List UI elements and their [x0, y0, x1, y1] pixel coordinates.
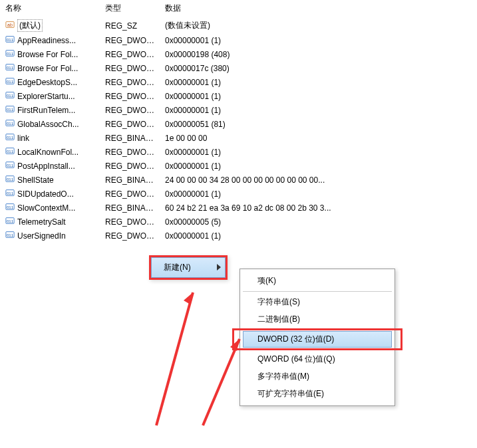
svg-text:ab: ab: [7, 23, 13, 27]
reg-value-icon: 011: [5, 62, 15, 74]
value-type: REG_BINARY: [100, 201, 160, 215]
value-type: REG_DWORD: [100, 103, 160, 117]
table-row[interactable]: 011PostAppInstall...REG_DWORD0x00000001 …: [0, 159, 477, 173]
table-row[interactable]: 011LocalKnownFol...REG_DWORD0x00000001 (…: [0, 145, 477, 159]
reg-value-icon: 011: [5, 174, 15, 185]
svg-text:011: 011: [7, 233, 14, 237]
menu-item-multistring-label: 多字符串值(M): [257, 372, 309, 381]
value-type: REG_DWORD: [100, 33, 160, 47]
value-type: REG_DWORD: [100, 75, 160, 89]
value-data: 1e 00 00 00: [160, 131, 477, 145]
svg-text:011: 011: [7, 107, 14, 112]
table-row[interactable]: 011FirstRunTelem...REG_DWORD0x00000001 (…: [0, 103, 477, 117]
menu-item-dword-label: DWORD (32 位)值(D): [257, 334, 334, 344]
reg-value-icon: 011: [5, 230, 15, 241]
table-row[interactable]: 011Browse For Fol...REG_DWORD0x0000017c …: [0, 61, 477, 75]
menu-item-key-label: 项(K): [257, 276, 276, 285]
reg-value-icon: 011: [5, 146, 15, 158]
context-menu-new-wrapper: 新建(N): [149, 255, 228, 280]
value-type: REG_DWORD: [100, 187, 160, 201]
menu-item-string-label: 字符串值(S): [257, 297, 300, 306]
value-name: TelemetrySalt: [17, 217, 66, 227]
table-row[interactable]: 011ShellStateREG_BINARY24 00 00 00 34 28…: [0, 173, 477, 187]
value-name: Browse For Fol...: [17, 50, 78, 59]
reg-value-icon: 011: [5, 35, 15, 46]
value-data: 0x00000001 (1): [160, 229, 477, 243]
svg-text:011: 011: [7, 79, 14, 84]
svg-text:011: 011: [7, 191, 14, 195]
reg-value-icon: 011: [5, 202, 15, 213]
value-name: PostAppInstall...: [17, 162, 75, 171]
menu-item-new[interactable]: 新建(N): [151, 257, 226, 278]
registry-value-list[interactable]: 名称 类型 数据 ab(默认)REG_SZ(数值未设置)011AppReadin…: [0, 0, 477, 243]
value-type: REG_BINARY: [100, 173, 160, 187]
table-row[interactable]: 011SIDUpdatedO...REG_DWORD0x00000001 (1): [0, 187, 477, 201]
menu-item-multistring[interactable]: 多字符串值(M): [243, 368, 392, 385]
menu-item-string[interactable]: 字符串值(S): [243, 294, 392, 310]
header-name[interactable]: 名称: [0, 0, 100, 18]
reg-value-icon: 011: [5, 188, 15, 199]
table-row[interactable]: 011EdgeDesktopS...REG_DWORD0x00000001 (1…: [0, 75, 477, 89]
table-row[interactable]: 011SlowContextM...REG_BINARY60 24 b2 21 …: [0, 201, 477, 215]
menu-item-dword-highlight: DWORD (32 位)值(D): [232, 328, 402, 350]
value-name: SlowContextM...: [17, 203, 75, 213]
value-data: 0x00000001 (1): [160, 33, 477, 47]
menu-item-qword-label: QWORD (64 位)值(Q): [257, 354, 335, 364]
table-row[interactable]: 011UserSignedInREG_DWORD0x00000001 (1): [0, 229, 477, 243]
table-row[interactable]: 011linkREG_BINARY1e 00 00 00: [0, 131, 477, 145]
svg-text:011: 011: [7, 177, 14, 181]
svg-text:011: 011: [7, 135, 14, 140]
reg-value-icon: 011: [5, 216, 15, 227]
svg-text:011: 011: [7, 93, 14, 98]
menu-item-dword[interactable]: DWORD (32 位)值(D): [243, 331, 392, 348]
value-type: REG_DWORD: [100, 215, 160, 229]
table-row[interactable]: 011Browse For Fol...REG_DWORD0x00000198 …: [0, 47, 477, 61]
value-name: AppReadiness...: [17, 36, 76, 45]
header-data[interactable]: 数据: [160, 0, 477, 18]
menu-item-key[interactable]: 项(K): [243, 273, 392, 289]
value-name: GlobalAssocCh...: [17, 120, 79, 129]
table-row[interactable]: ab(默认)REG_SZ(数值未设置): [0, 18, 477, 33]
reg-value-icon: 011: [5, 49, 15, 60]
svg-text:011: 011: [7, 205, 14, 209]
value-name: LocalKnownFol...: [17, 148, 79, 157]
menu-item-qword[interactable]: QWORD (64 位)值(Q): [243, 351, 392, 368]
svg-text:011: 011: [7, 65, 14, 70]
annotation-arrow-1-icon: [146, 286, 206, 432]
table-row[interactable]: 011AppReadiness...REG_DWORD0x00000001 (1…: [0, 33, 477, 47]
header-type[interactable]: 类型: [100, 0, 160, 18]
reg-value-icon: 011: [5, 76, 15, 88]
table-row[interactable]: 011GlobalAssocCh...REG_DWORD0x00000051 (…: [0, 117, 477, 131]
value-data: 0x0000017c (380): [160, 61, 477, 75]
value-data: 0x00000001 (1): [160, 145, 477, 159]
svg-marker-33: [184, 292, 193, 304]
value-type: REG_SZ: [100, 18, 160, 33]
reg-value-icon: 011: [5, 132, 15, 144]
svg-text:011: 011: [7, 121, 14, 126]
value-name: FirstRunTelem...: [17, 106, 75, 115]
context-submenu-new: 项(K) 字符串值(S) 二进制值(B) DWORD (32 位)值(D) QW…: [239, 269, 395, 406]
menu-item-expandable[interactable]: 可扩充字符串值(E): [243, 386, 392, 402]
menu-item-binary-label: 二进制值(B): [257, 314, 300, 324]
svg-text:011: 011: [7, 219, 14, 223]
svg-text:011: 011: [7, 37, 14, 42]
value-type: REG_DWORD: [100, 145, 160, 159]
value-type: REG_BINARY: [100, 131, 160, 145]
menu-item-binary[interactable]: 二进制值(B): [243, 311, 392, 328]
menu-separator: [243, 291, 392, 292]
value-name: Browse For Fol...: [17, 64, 78, 73]
value-type: REG_DWORD: [100, 47, 160, 61]
table-row[interactable]: 011ExplorerStartu...REG_DWORD0x00000001 …: [0, 89, 477, 103]
value-type: REG_DWORD: [100, 117, 160, 131]
value-name: EdgeDesktopS...: [17, 78, 77, 87]
reg-value-icon: 011: [5, 104, 15, 116]
reg-value-icon: ab: [5, 20, 15, 31]
value-data: 0x00000005 (5): [160, 215, 477, 229]
value-name: link: [17, 134, 29, 143]
svg-text:011: 011: [7, 163, 14, 168]
value-name: UserSignedIn: [17, 231, 66, 241]
svg-line-34: [203, 339, 239, 425]
table-row[interactable]: 011TelemetrySaltREG_DWORD0x00000005 (5): [0, 215, 477, 229]
value-data: 0x00000001 (1): [160, 89, 477, 103]
value-data: 0x00000001 (1): [160, 187, 477, 201]
